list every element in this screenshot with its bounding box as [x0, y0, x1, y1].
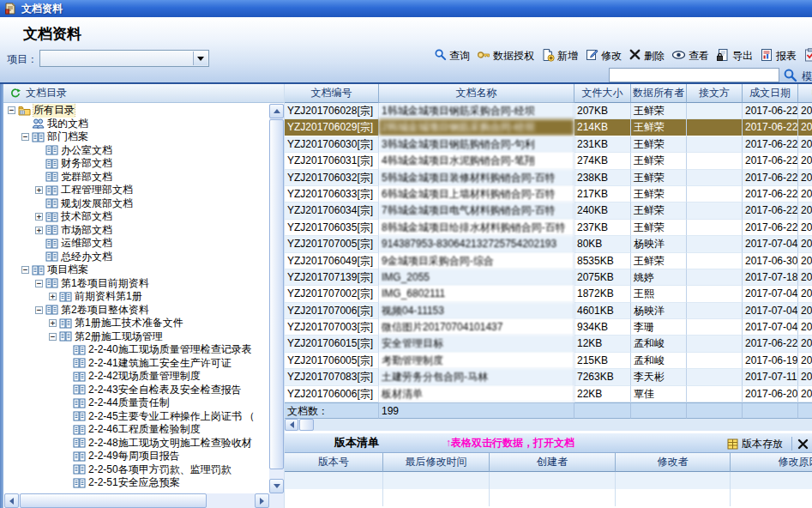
- tree-item[interactable]: 2-2-42现场质量管理制度: [4, 370, 269, 384]
- tree-expand-toggle[interactable]: +: [49, 293, 57, 300]
- grid-column-header[interactable]: 文档编号: [285, 84, 379, 103]
- grid-column-header[interactable]: 成文日期: [743, 84, 798, 103]
- document-row[interactable]: YZJ201706005[宗]考勤管理制度215KB孟和峻2017-06-192…: [285, 353, 812, 369]
- horizontal-scroll-thumb[interactable]: [20, 493, 207, 508]
- scroll-left-button[interactable]: [4, 493, 19, 508]
- tree-item[interactable]: 2-2-43安全自检表及安全检查报告: [4, 384, 269, 397]
- document-row[interactable]: YZJ201706030[宗]3韩城金城项目钢筋购销合同-句利231KB王鲜荣2…: [285, 136, 812, 153]
- document-row[interactable]: YZJ201706031[宗]4韩城金城项目水泥购销合同-笔翔274KB王鲜荣2…: [285, 153, 812, 169]
- grid-column-header[interactable]: 文档名称: [379, 84, 574, 103]
- tree-item-label: 市场部文档: [61, 224, 112, 238]
- document-row[interactable]: YZJ201707083[宗]土建劳务分包合同-马林7263KB李天彬2017-…: [285, 369, 812, 385]
- document-row[interactable]: YZJ201706032[宗]5韩城金城项目装修材料购销合同-百特238KB王鲜…: [285, 170, 812, 186]
- refresh-icon[interactable]: [10, 88, 21, 99]
- document-row[interactable]: YZJ201707006[宗]视频04-111534601KB杨映洋2017-0…: [285, 303, 812, 319]
- document-row[interactable]: YZJ201706033[宗]6韩城金城项目上墙材料购销合同-百特217KB王鲜…: [285, 186, 812, 203]
- tree-item[interactable]: 办公室文档: [4, 144, 269, 158]
- document-row[interactable]: YZJ201707002[宗]IMG_68021111872KB王熙2017-0…: [285, 286, 812, 302]
- grid-column-header[interactable]: 数据所有者: [631, 84, 687, 103]
- toolbar-button-查询[interactable]: 查询: [430, 46, 473, 65]
- document-row[interactable]: YZJ201706015[宗]安全管理目标12KB孟和峻2017-06-2220: [285, 336, 812, 352]
- grid-column-header[interactable]: 接文方: [687, 84, 743, 103]
- tree-item[interactable]: −第1卷项目前期资料: [4, 277, 269, 291]
- tree-item[interactable]: −部门档案: [4, 130, 269, 144]
- scroll-right-button[interactable]: [255, 493, 269, 508]
- version-column-header[interactable]: 修改原因: [731, 453, 812, 472]
- document-row[interactable]: YZJ201706034[宗]7韩城金城项目电气材料购销合同-百特240KB王鲜…: [285, 203, 812, 219]
- scroll-down-button[interactable]: [269, 479, 284, 493]
- document-cell: 914387953-830642132725754202193: [379, 236, 574, 252]
- toolbar-button-报表[interactable]: 报表: [756, 46, 800, 65]
- version-column-header[interactable]: 版本号: [285, 453, 383, 472]
- tree-item[interactable]: 2-2-50各项甲方罚款、监理罚款: [4, 463, 269, 477]
- tree-item[interactable]: +技术部文档: [4, 210, 269, 224]
- tree-item[interactable]: −第2卷项目整体资料: [4, 304, 269, 318]
- tree-expand-toggle[interactable]: −: [35, 306, 43, 314]
- toolbar-button-新增[interactable]: 新增: [538, 46, 581, 65]
- tree-item[interactable]: 2-2-45主要专业工种操作上岗证书 （: [4, 410, 269, 424]
- version-row[interactable]: [285, 472, 812, 489]
- toolbar-button-删除[interactable]: 删除: [625, 46, 668, 65]
- document-row[interactable]: YZJ201706035[宗]8韩城金城项目给排水材料购销合同-百特237KB王…: [285, 220, 812, 236]
- close-icon[interactable]: [797, 438, 809, 450]
- document-row[interactable]: YZJ201707139[宗]IMG_20552075KB姚婷2017-07-1…: [285, 269, 812, 286]
- tree-expand-toggle[interactable]: +: [35, 186, 43, 194]
- version-column-header[interactable]: 修改者: [616, 453, 731, 472]
- toolbar-button-导出[interactable]: 导出: [713, 46, 756, 65]
- combobox-dropdown-button[interactable]: [193, 51, 208, 65]
- search-icon[interactable]: [783, 68, 797, 85]
- tree-item[interactable]: +第1册施工技术准备文件: [4, 317, 269, 330]
- document-row[interactable]: YZJ201706006[宗]板材清单22KB覃佳2017-06-2020: [285, 386, 812, 402]
- tree-expand-toggle[interactable]: −: [8, 106, 15, 114]
- tree-item[interactable]: 财务部文档: [4, 157, 269, 171]
- tree-item[interactable]: +市场部文档: [4, 224, 269, 238]
- toolbar-button-数据授权[interactable]: 数据授权: [473, 46, 538, 65]
- tree-item[interactable]: 运维部文档: [4, 237, 269, 251]
- grid-column-header[interactable]: 文件大小: [574, 84, 631, 103]
- tree-expand-toggle[interactable]: +: [49, 319, 57, 327]
- tree-item[interactable]: −第2册施工现场管理: [4, 330, 269, 344]
- document-row[interactable]: YZJ201706049[宗]9金城项目采购合同-综合8535KB王鲜荣2017…: [285, 253, 812, 269]
- toolbar-button-修改[interactable]: 修改: [581, 46, 625, 65]
- toolbar-button-clipboard[interactable]: [800, 46, 812, 65]
- tree-item[interactable]: 规划发展部文档: [4, 197, 269, 211]
- tree-item[interactable]: 2-2-41建筑施工安全生产许可证: [4, 357, 269, 371]
- document-cell: 2017-06-22: [743, 136, 798, 153]
- scroll-left-button[interactable]: [285, 419, 298, 431]
- document-row[interactable]: YZJ201707003[宗]微信图片20170704101437934KB李珊…: [285, 319, 812, 336]
- tree-item[interactable]: 2-2-40施工现场质量管理检查记录表: [4, 343, 269, 357]
- scroll-up-button[interactable]: [269, 104, 284, 118]
- tree-item[interactable]: 总经办文档: [4, 251, 269, 264]
- tree-item[interactable]: 2-2-48施工现场文明施工检查验收材: [4, 437, 269, 451]
- tree-expand-toggle[interactable]: −: [49, 333, 57, 341]
- toolbar-button-查看[interactable]: 查看: [668, 46, 713, 65]
- tree-item[interactable]: −所有目录: [4, 104, 269, 118]
- document-row[interactable]: YZJ201707005[宗]914387953-830642132725754…: [285, 236, 812, 252]
- tree-item[interactable]: −项目档案: [4, 263, 269, 277]
- tree-item[interactable]: +工程管理部文档: [4, 184, 269, 197]
- tree-item[interactable]: 2-2-46工程质量检验制度: [4, 423, 269, 437]
- tree-expand-toggle[interactable]: +: [35, 227, 43, 234]
- project-combobox[interactable]: [39, 50, 209, 67]
- tree-item[interactable]: 2-2-44质量责任制: [4, 396, 269, 410]
- tree-item[interactable]: 2-2-51安全应急预案: [4, 476, 269, 490]
- version-column-header[interactable]: 创建者: [490, 453, 616, 472]
- tree-item[interactable]: 党群部文档: [4, 171, 269, 184]
- version-column-header[interactable]: 最后修改时间: [383, 453, 490, 472]
- tree-item[interactable]: +前期资料第1册: [4, 290, 269, 304]
- document-row[interactable]: YZJ201706029[宗]2韩城金城项目钢筋采购合同-经坝214KB王鲜荣2…: [285, 119, 812, 136]
- tree-expand-toggle[interactable]: −: [35, 280, 43, 287]
- tree-expand-toggle[interactable]: +: [35, 213, 43, 221]
- horizontal-scroll-thumb[interactable]: [299, 419, 314, 431]
- document-panel: 文档编号文档名称文件大小数据所有者接文方成文日期收文日期YZJ201706028…: [285, 84, 812, 508]
- tree-expand-toggle[interactable]: −: [21, 266, 29, 274]
- version-store-button[interactable]: 版本存放: [724, 436, 786, 452]
- search-input[interactable]: [609, 68, 779, 82]
- tree-expand-toggle[interactable]: −: [21, 133, 29, 141]
- tree-item[interactable]: 2-2-49每周项目报告: [4, 450, 269, 463]
- document-row[interactable]: YZJ201706028[宗]1韩城金城项目钢筋采购合同-经坝207KB王鲜荣2…: [285, 103, 812, 119]
- version-row[interactable]: [285, 489, 812, 506]
- tree-item[interactable]: 我的文档: [4, 118, 269, 131]
- grid-column-header[interactable]: 收文日期: [798, 84, 812, 103]
- vertical-scroll-thumb[interactable]: [269, 119, 284, 469]
